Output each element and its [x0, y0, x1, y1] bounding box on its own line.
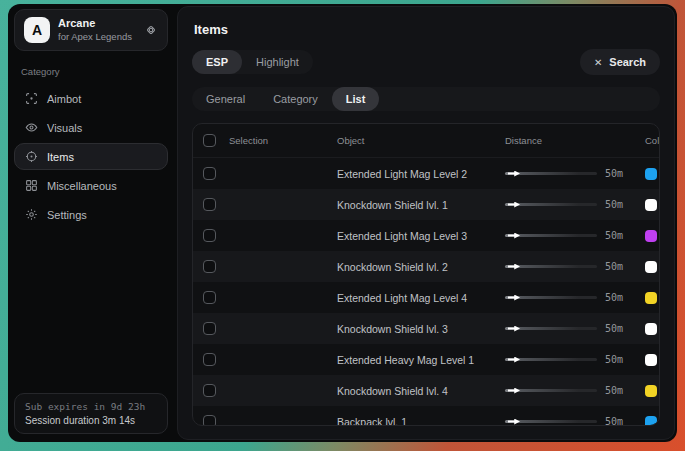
distance-slider[interactable]: [505, 169, 597, 179]
sidebar-item-settings[interactable]: Settings: [14, 201, 168, 228]
column-header-selection: Selection: [229, 135, 337, 146]
object-name: Knockdown Shield lvl. 2: [337, 261, 505, 273]
sidebar-item-label: Miscellaneous: [47, 180, 117, 192]
sidebar: A Arcane for Apex Legends Category Aimbo…: [10, 6, 172, 440]
distance-slider[interactable]: [505, 200, 597, 210]
brand-text: Arcane for Apex Legends: [58, 17, 136, 43]
items-table: Selection Object Distance Color Extended…: [192, 123, 660, 426]
object-name: Knockdown Shield lvl. 4: [337, 385, 505, 397]
category-label: Category: [21, 66, 161, 77]
sub-expires-text: Sub expires in 9d 23h: [25, 401, 157, 412]
column-header-color: Color: [645, 135, 660, 146]
object-name: Knockdown Shield lvl. 1: [337, 199, 505, 211]
app-brand-card: A Arcane for Apex Legends: [14, 9, 168, 51]
sidebar-item-visuals[interactable]: Visuals: [14, 114, 168, 141]
color-swatch[interactable]: [645, 323, 657, 335]
column-header-distance: Distance: [505, 135, 605, 146]
main-panel: Items ESP Highlight ✕ Search General Cat…: [177, 6, 675, 440]
table-body: Extended Light Mag Level 2 50m Knockdown…: [193, 158, 659, 426]
object-name: Extended Heavy Mag Level 1: [337, 354, 505, 366]
sidebar-item-label: Visuals: [47, 122, 82, 134]
grid-icon: [25, 179, 38, 192]
sidebar-item-miscellaneous[interactable]: Miscellaneous: [14, 172, 168, 199]
distance-slider[interactable]: [505, 417, 597, 427]
row-checkbox[interactable]: [203, 198, 216, 211]
mode-tab-esp[interactable]: ESP: [192, 50, 242, 74]
distance-slider[interactable]: [505, 324, 597, 334]
table-row: Extended Light Mag Level 3 50m: [193, 220, 659, 251]
distance-value: 50m: [605, 292, 645, 303]
distance-value: 50m: [605, 230, 645, 241]
page-title: Items: [194, 22, 660, 37]
view-tab-general[interactable]: General: [192, 87, 259, 111]
app-name: Arcane: [58, 17, 136, 31]
row-checkbox[interactable]: [203, 291, 216, 304]
row-checkbox[interactable]: [203, 322, 216, 335]
sidebar-item-label: Aimbot: [47, 93, 81, 105]
object-name: Extended Light Mag Level 4: [337, 292, 505, 304]
row-checkbox[interactable]: [203, 415, 216, 426]
app-window: A Arcane for Apex Legends Category Aimbo…: [8, 4, 677, 442]
target-icon: [25, 150, 38, 163]
sidebar-item-aimbot[interactable]: Aimbot: [14, 85, 168, 112]
sidebar-item-label: Settings: [47, 209, 87, 221]
mode-tabs: ESP Highlight: [192, 50, 313, 74]
color-swatch[interactable]: [645, 292, 657, 304]
color-swatch[interactable]: [645, 416, 657, 427]
object-name: Backpack lvl. 1: [337, 416, 505, 427]
subscription-info-card: Sub expires in 9d 23h Session duration 3…: [14, 393, 168, 434]
view-tabs: General Category List: [192, 87, 660, 111]
row-checkbox[interactable]: [203, 229, 216, 242]
app-subtitle: for Apex Legends: [58, 31, 136, 43]
distance-slider[interactable]: [505, 231, 597, 241]
distance-value: 50m: [605, 261, 645, 272]
color-swatch[interactable]: [645, 230, 657, 242]
crosshair-icon: [25, 92, 38, 105]
distance-value: 50m: [605, 168, 645, 179]
sidebar-nav: Aimbot Visuals Items Miscellaneous: [14, 85, 168, 228]
distance-slider[interactable]: [505, 355, 597, 365]
color-swatch[interactable]: [645, 385, 657, 397]
row-checkbox[interactable]: [203, 384, 216, 397]
table-row: Backpack lvl. 1 50m: [193, 406, 659, 426]
distance-value: 50m: [605, 199, 645, 210]
distance-value: 50m: [605, 416, 645, 426]
table-row: Extended Heavy Mag Level 1 50m: [193, 344, 659, 375]
table-row: Knockdown Shield lvl. 1 50m: [193, 189, 659, 220]
color-swatch[interactable]: [645, 168, 657, 180]
search-button-label: Search: [609, 56, 646, 68]
diamond-target-icon[interactable]: [144, 23, 158, 37]
distance-slider[interactable]: [505, 386, 597, 396]
table-row: Extended Light Mag Level 4 50m: [193, 282, 659, 313]
object-name: Knockdown Shield lvl. 3: [337, 323, 505, 335]
distance-slider[interactable]: [505, 262, 597, 272]
gear-icon: [25, 208, 38, 221]
row-checkbox[interactable]: [203, 353, 216, 366]
distance-value: 50m: [605, 354, 645, 365]
distance-value: 50m: [605, 323, 645, 334]
eye-icon: [25, 121, 38, 134]
view-tab-category[interactable]: Category: [259, 87, 332, 111]
distance-slider[interactable]: [505, 293, 597, 303]
table-row: Knockdown Shield lvl. 4 50m: [193, 375, 659, 406]
object-name: Extended Light Mag Level 3: [337, 230, 505, 242]
color-swatch[interactable]: [645, 354, 657, 366]
sidebar-item-items[interactable]: Items: [14, 143, 168, 170]
sidebar-spacer: [14, 228, 168, 393]
app-logo: A: [24, 17, 50, 43]
view-tab-list[interactable]: List: [332, 87, 380, 111]
color-swatch[interactable]: [645, 199, 657, 211]
select-all-checkbox[interactable]: [203, 134, 216, 147]
object-name: Extended Light Mag Level 2: [337, 168, 505, 180]
search-button[interactable]: ✕ Search: [580, 49, 660, 75]
mode-tab-highlight[interactable]: Highlight: [242, 50, 313, 74]
table-row: Knockdown Shield lvl. 3 50m: [193, 313, 659, 344]
table-row: Knockdown Shield lvl. 2 50m: [193, 251, 659, 282]
color-swatch[interactable]: [645, 261, 657, 273]
row-checkbox[interactable]: [203, 167, 216, 180]
close-icon: ✕: [594, 57, 602, 68]
sidebar-item-label: Items: [47, 151, 74, 163]
row-checkbox[interactable]: [203, 260, 216, 273]
table-header: Selection Object Distance Color: [193, 124, 659, 158]
session-duration-text: Session duration 3m 14s: [25, 415, 157, 426]
